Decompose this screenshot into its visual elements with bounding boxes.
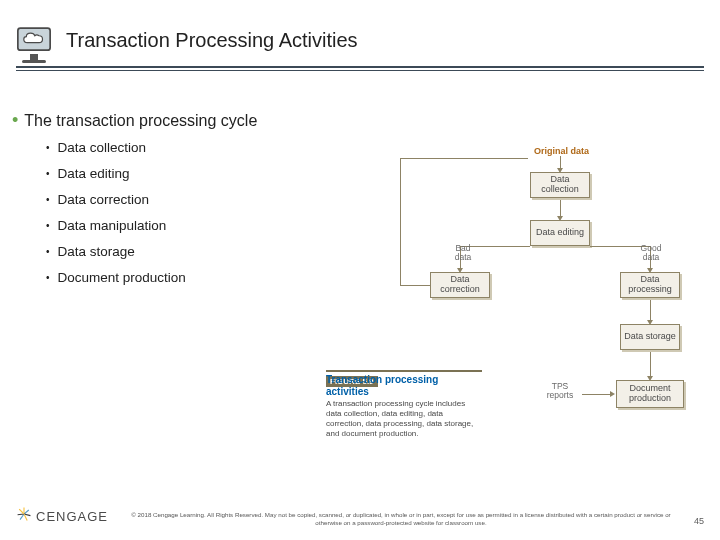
svg-line-2 [24, 510, 29, 514]
diagram-arrow [650, 352, 651, 376]
label-bad-data: Bad data [448, 244, 478, 263]
bullet-level2: •Data collection [46, 140, 362, 156]
bullet-item-text: Data collection [58, 140, 147, 156]
footer: CENGAGE © 2018 Cengage Learning. All Rig… [16, 506, 704, 526]
bullet-item-text: Data manipulation [58, 218, 167, 234]
diagram-arrow [560, 200, 561, 216]
diagram-arrow [560, 156, 561, 168]
bullet-level2: •Data manipulation [46, 218, 362, 234]
diagram-arrow [400, 158, 401, 285]
title-rule-thick [16, 66, 704, 68]
diagram-arrow [400, 158, 528, 159]
bullet-item-text: Data correction [58, 192, 150, 208]
figure-title: Transaction processing activities [326, 374, 482, 397]
logo-text: CENGAGE [36, 509, 108, 524]
box-data-editing: Data editing [530, 220, 590, 246]
diagram-arrow [400, 285, 430, 286]
bullet-item-text: Data editing [58, 166, 130, 182]
label-good-data: Good data [636, 244, 666, 263]
bullet-level2: •Document production [46, 270, 362, 286]
bullet-list: • The transaction processing cycle •Data… [12, 112, 362, 296]
diagram-arrow [582, 394, 612, 395]
bullet-l1-text: The transaction processing cycle [24, 112, 257, 130]
diagram-arrowhead [610, 391, 615, 397]
bullet-level2: •Data correction [46, 192, 362, 208]
title-rule-thin [16, 70, 704, 71]
label-tps-reports: TPS reports [540, 382, 580, 401]
bullet-level2: •Data storage [46, 244, 362, 260]
box-data-correction: Data correction [430, 272, 490, 298]
diagram-label-original-data: Original data [534, 146, 589, 156]
figure-caption: FIGURE 5.9 Transaction processing activi… [326, 370, 482, 439]
bullet-level1: • The transaction processing cycle [12, 112, 362, 130]
copyright-text: © 2018 Cengage Learning. All Rights Rese… [108, 511, 694, 526]
bullet-item-text: Data storage [58, 244, 135, 260]
diagram-arrow [650, 300, 651, 320]
slide-title: Transaction Processing Activities [66, 29, 358, 52]
svg-line-6 [18, 514, 24, 515]
bullet-item-text: Document production [58, 270, 186, 286]
figure-number-bar: FIGURE 5.9 [326, 370, 482, 372]
box-data-storage: Data storage [620, 324, 680, 350]
logo-burst-icon [16, 506, 32, 526]
slide: Transaction Processing Activities • The … [0, 0, 720, 540]
svg-line-7 [19, 509, 24, 514]
header-row: Transaction Processing Activities [16, 26, 704, 54]
page-number: 45 [694, 516, 704, 526]
figure-body: A transaction processing cycle includes … [326, 399, 482, 439]
cloud-monitor-icon [16, 26, 52, 54]
box-data-processing: Data processing [620, 272, 680, 298]
bullet-dot: • [12, 112, 18, 130]
box-data-collection: Data collection [530, 172, 590, 198]
cengage-logo: CENGAGE [16, 506, 108, 526]
monitor-base [22, 60, 46, 63]
bullet-level2: •Data editing [46, 166, 362, 182]
box-document-production: Document production [616, 380, 684, 408]
